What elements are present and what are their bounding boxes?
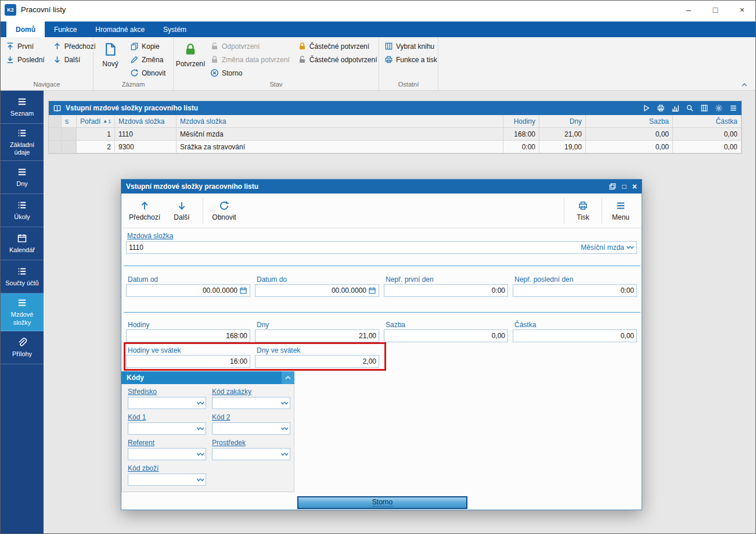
mzdova-slozka-name[interactable]: Měsíční mzda [581,243,624,252]
sazba-input[interactable] [387,332,505,340]
cell-kod[interactable]: 9300 [115,141,177,153]
column-header-s[interactable]: s [62,115,77,128]
maximize-button[interactable]: □ [702,1,729,19]
confirm-button[interactable]: Potvrzení [177,39,204,68]
hodiny-input[interactable] [129,332,247,340]
previous-record-button[interactable]: Předchozí [51,40,98,52]
column-header-sazba[interactable]: Sazba [586,115,673,128]
tab-funkce[interactable]: Funkce [45,21,86,37]
float-window-icon[interactable] [609,182,617,191]
stredisko-input[interactable] [131,399,196,407]
column-header-mzdova-slozka-kod[interactable]: Mzdová složka [115,115,177,128]
dialog-refresh-button[interactable]: Obnovit [206,200,243,221]
cell-s[interactable] [62,141,77,153]
select-book-button[interactable]: Vybrat knihu [383,40,439,52]
mzdova-slozka-label[interactable]: Mzdová složka [127,232,173,240]
sidebar-item-ukoly[interactable]: Úkoly [1,194,44,227]
dialog-print-button[interactable]: Tisk [567,200,599,221]
cell-castka[interactable]: 0,00 [673,141,741,153]
tab-domu[interactable]: Domů [6,21,45,37]
kod-zakazky-label[interactable]: Kód zakázky [212,388,251,396]
column-header-hodiny[interactable]: Hodiny [503,115,539,128]
grid-menu-icon[interactable] [729,104,737,112]
next-record-button[interactable]: Další [51,53,98,66]
referent-label[interactable]: Referent [128,439,154,447]
dialog-maximize-button[interactable]: □ [622,182,627,191]
datum-do-input[interactable] [258,286,366,295]
lookup-dropdown-icon[interactable] [280,399,289,407]
column-header-dny[interactable]: Dny [539,115,586,128]
cell-s[interactable] [62,128,77,141]
kod-zbozi-input[interactable] [131,476,196,484]
tab-hromadne-akce[interactable]: Hromadné akce [86,21,154,37]
column-header-mzdova-slozka-nazev[interactable]: Mzdová složka [177,115,503,128]
edit-button[interactable]: Změna [128,53,167,66]
sidebar-item-soucty-uctu[interactable]: Součty účtů [1,260,44,293]
nepr-prvni-den-input[interactable] [387,286,505,295]
kod2-input[interactable] [215,425,280,433]
lookup-dropdown-icon[interactable] [280,425,289,433]
calendar-icon[interactable] [239,286,247,295]
lookup-dropdown-icon[interactable] [196,425,204,433]
sidebar-item-seznam[interactable]: Seznam [1,91,44,124]
dialog-close-button[interactable]: × [632,182,637,191]
storno-button[interactable]: Storno [297,496,467,509]
column-header-poradi[interactable]: Pořadí ▲ 1 [77,115,115,128]
cell-sazba[interactable]: 0,00 [586,128,673,141]
cancel-record-button[interactable]: Storno [208,67,291,79]
sidebar-item-zakladni-udaje[interactable]: Základní údaje [1,124,44,161]
cell-hodiny[interactable]: 168:00 [503,128,539,141]
functions-print-button[interactable]: Funkce a tisk [383,53,439,66]
row-selector-cell[interactable] [49,141,62,153]
prostredek-label[interactable]: Prostředek [212,439,246,447]
sidebar-item-dny[interactable]: Dny [1,161,44,194]
cell-poradi[interactable]: 2 [77,141,115,153]
cell-dny[interactable]: 21,00 [539,128,586,141]
close-button[interactable]: × [729,1,755,19]
kod1-label[interactable]: Kód 1 [128,413,146,421]
nepr-posledni-den-input[interactable] [516,286,634,295]
lookup-dropdown-icon[interactable] [280,450,289,458]
datum-od-input[interactable] [129,286,237,295]
dny-ve-svatek-input[interactable] [258,357,376,365]
new-record-button[interactable]: Nový [97,39,124,68]
sidebar-item-kalendar[interactable]: Kalendář [1,227,44,260]
hodiny-ve-svatek-input[interactable] [129,357,247,365]
lookup-dropdown-icon[interactable] [196,476,204,484]
last-record-button[interactable]: Poslední [4,53,46,66]
dny-input[interactable] [258,332,376,340]
kod2-label[interactable]: Kód 2 [212,413,230,421]
collapse-panel-button[interactable] [282,371,294,384]
chart-icon[interactable] [671,104,679,112]
castka-input[interactable] [516,332,634,340]
cell-hodiny[interactable]: 0:00 [503,141,539,153]
columns-icon[interactable] [700,104,708,112]
partial-unconfirm-button[interactable]: Částečné odpotvrzení [296,53,379,66]
cell-kod[interactable]: 1110 [115,128,177,141]
sidebar-item-mzdove-slozky[interactable]: Mzdové složky [1,293,44,331]
minimize-button[interactable]: – [675,1,702,19]
kod-zakazky-input[interactable] [215,399,280,407]
lookup-dropdown-icon[interactable] [196,399,204,407]
table-row[interactable]: 1 1110 Měsíční mzda 168:00 21,00 0,00 0,… [49,128,741,141]
kod-zbozi-label[interactable]: Kód zboží [128,464,159,472]
stredisko-label[interactable]: Středisko [128,388,157,396]
kod1-input[interactable] [131,425,196,433]
table-row[interactable]: 2 9300 Srážka za stravování 0:00 19,00 0… [49,141,741,153]
cell-poradi[interactable]: 1 [77,128,115,141]
lookup-dropdown-icon[interactable] [626,243,634,252]
cell-nazev[interactable]: Měsíční mzda [177,128,503,141]
refresh-button[interactable]: Obnovit [128,67,167,79]
cell-nazev[interactable]: Srážka za stravování [177,141,503,153]
dialog-next-button[interactable]: Další [163,200,200,221]
analysis-search-icon[interactable] [686,104,694,112]
run-icon[interactable] [642,104,650,112]
mzdova-slozka-input[interactable] [129,243,579,252]
cell-dny[interactable]: 19,00 [539,141,586,153]
copy-button[interactable]: Kopie [128,40,167,52]
row-selector-cell[interactable] [49,128,62,141]
first-record-button[interactable]: První [4,40,46,52]
settings-gear-icon[interactable] [715,104,723,112]
referent-input[interactable] [131,450,196,458]
dialog-menu-button[interactable]: Menu [604,200,637,221]
